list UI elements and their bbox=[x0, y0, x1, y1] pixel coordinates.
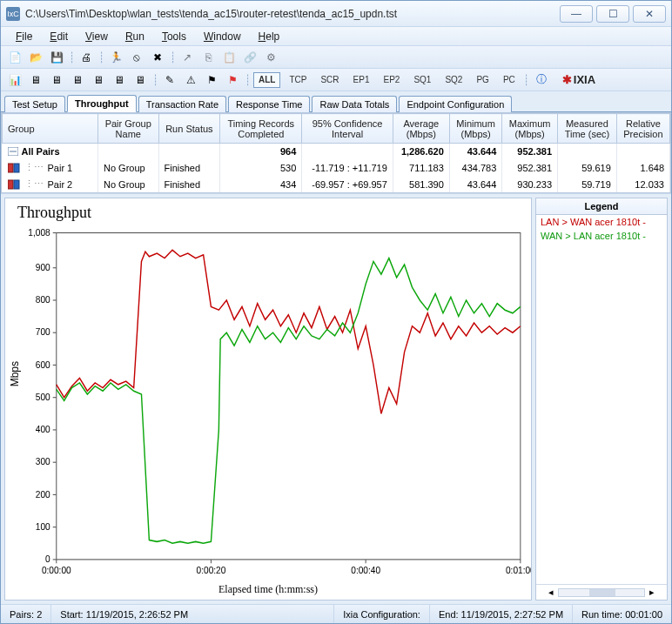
abort-icon[interactable]: ✖ bbox=[149, 49, 166, 66]
svg-text:0:00:20: 0:00:20 bbox=[197, 565, 226, 575]
filter-tcp[interactable]: TCP bbox=[284, 72, 312, 88]
stop-icon[interactable]: ⦸ bbox=[128, 49, 145, 66]
separator-icon: ┊ bbox=[170, 49, 175, 66]
tab-endpoint-configuration[interactable]: Endpoint Configuration bbox=[399, 96, 512, 112]
filter-scr[interactable]: SCR bbox=[315, 72, 344, 88]
flag-icon[interactable]: ⚑ bbox=[203, 71, 220, 89]
col-ci[interactable]: 95% Confidence Interval bbox=[302, 114, 393, 144]
flag-icon[interactable]: ⚑ bbox=[224, 71, 241, 89]
chart-area: Throughput Mbps Elapsed time (h:mm:ss) 0… bbox=[1, 193, 671, 604]
svg-text:1,008: 1,008 bbox=[28, 226, 50, 237]
legend-item-wan-lan[interactable]: WAN > LAN acer 1810t - bbox=[536, 229, 667, 243]
tab-raw-data-totals[interactable]: Raw Data Totals bbox=[312, 96, 397, 112]
legend-scrollbar[interactable]: ◂ ▸ bbox=[536, 584, 667, 600]
col-avg[interactable]: Average (Mbps) bbox=[393, 114, 449, 144]
col-run-status[interactable]: Run Status bbox=[158, 114, 220, 144]
open-icon[interactable]: 📂 bbox=[27, 49, 44, 66]
filter-ep1[interactable]: EP1 bbox=[348, 72, 375, 88]
svg-rect-3 bbox=[14, 164, 19, 172]
table-row[interactable]: ⋮⋯Pair 1 No Group Finished 530 -11.719 :… bbox=[3, 159, 670, 176]
monitor-icon[interactable]: 🖥 bbox=[69, 71, 86, 89]
tab-throughput[interactable]: Throughput bbox=[67, 95, 137, 112]
status-runtime: Run time: 00:01:00 bbox=[573, 605, 671, 623]
link-icon[interactable]: 🔗 bbox=[241, 49, 259, 66]
chart-panel: Throughput Mbps Elapsed time (h:mm:ss) 0… bbox=[4, 198, 532, 601]
warn-icon[interactable]: ⚠ bbox=[182, 71, 199, 89]
filter-pg[interactable]: PG bbox=[471, 72, 494, 88]
svg-rect-2 bbox=[8, 164, 13, 172]
paste-icon[interactable]: 📋 bbox=[220, 49, 238, 66]
menubar: File Edit View Run Tools Window Help bbox=[1, 27, 671, 46]
menu-edit[interactable]: Edit bbox=[42, 29, 76, 44]
status-pairs: Pairs: 2 bbox=[1, 605, 51, 623]
app-icon: IxC bbox=[6, 7, 20, 21]
chart-icon[interactable]: 📊 bbox=[6, 71, 24, 89]
filter-all[interactable]: ALL bbox=[253, 72, 280, 88]
col-pair-group[interactable]: Pair Group Name bbox=[98, 114, 159, 144]
col-max[interactable]: Maximum (Mbps) bbox=[502, 114, 558, 144]
svg-rect-5 bbox=[14, 180, 19, 189]
menu-file[interactable]: File bbox=[8, 29, 40, 44]
run-icon[interactable]: 🏃 bbox=[107, 49, 124, 66]
monitor-icon[interactable]: 🖥 bbox=[131, 71, 149, 89]
table-row[interactable]: All Pairs 964 1,286.620 43.644 952.381 bbox=[3, 144, 670, 160]
scrollbar-thumb[interactable] bbox=[589, 589, 615, 596]
col-prec[interactable]: Relative Precision bbox=[616, 114, 669, 144]
separator-icon: ┊ bbox=[245, 71, 250, 89]
save-icon[interactable]: 💾 bbox=[48, 49, 65, 66]
menu-help[interactable]: Help bbox=[251, 29, 288, 44]
filter-sq1[interactable]: SQ1 bbox=[408, 72, 436, 88]
statusbar: Pairs: 2 Start: 11/19/2015, 2:26:52 PM I… bbox=[1, 604, 671, 623]
menu-tools[interactable]: Tools bbox=[154, 29, 194, 44]
svg-text:700: 700 bbox=[36, 326, 50, 337]
maximize-button[interactable]: ☐ bbox=[596, 5, 629, 23]
settings-icon[interactable]: ⚙ bbox=[262, 49, 279, 66]
menu-view[interactable]: View bbox=[77, 29, 116, 44]
toolbar-2: 📊 🖥 🖥 🖥 🖥 🖥 🖥 ┊ ✎ ⚠ ⚑ ⚑ ┊ ALL TCP SCR EP… bbox=[1, 69, 671, 91]
menu-run[interactable]: Run bbox=[118, 29, 152, 44]
menu-window[interactable]: Window bbox=[196, 29, 249, 44]
copy-icon[interactable]: ⎘ bbox=[199, 49, 217, 66]
tab-test-setup[interactable]: Test Setup bbox=[4, 96, 65, 112]
window-title: C:\Users\Tim\Desktop\wlan_tests\tenda_ac… bbox=[25, 8, 560, 20]
scrollbar-track[interactable] bbox=[558, 588, 645, 597]
status-end: End: 11/19/2015, 2:27:52 PM bbox=[430, 605, 573, 623]
edit-icon[interactable]: ✎ bbox=[161, 71, 178, 89]
titlebar: IxC C:\Users\Tim\Desktop\wlan_tests\tend… bbox=[1, 1, 671, 27]
svg-text:900: 900 bbox=[36, 262, 50, 272]
scroll-right-icon[interactable]: ▸ bbox=[645, 587, 659, 598]
monitor-icon[interactable]: 🖥 bbox=[90, 71, 107, 89]
filter-pc[interactable]: PC bbox=[498, 72, 521, 88]
separator-icon: ┊ bbox=[152, 71, 158, 89]
monitor-icon[interactable]: 🖥 bbox=[48, 71, 65, 89]
tab-transaction-rate[interactable]: Transaction Rate bbox=[138, 96, 226, 112]
legend-item-lan-wan[interactable]: LAN > WAN acer 1810t - bbox=[536, 215, 667, 229]
app-window: IxC C:\Users\Tim\Desktop\wlan_tests\tend… bbox=[0, 0, 672, 624]
col-min[interactable]: Minimum (Mbps) bbox=[449, 114, 501, 144]
svg-text:0:01:00: 0:01:00 bbox=[506, 565, 531, 575]
chart-svg[interactable]: 01002003004005006007008009001,0080:00:00… bbox=[5, 198, 531, 600]
svg-text:800: 800 bbox=[36, 294, 50, 305]
print-icon[interactable]: 🖨 bbox=[77, 49, 95, 66]
info-icon[interactable]: ⓘ bbox=[533, 71, 550, 89]
monitor-icon[interactable]: 🖥 bbox=[27, 71, 44, 89]
legend-title: Legend bbox=[536, 198, 667, 215]
close-button[interactable]: ✕ bbox=[633, 5, 666, 23]
col-time[interactable]: Measured Time (sec) bbox=[558, 114, 617, 144]
svg-text:300: 300 bbox=[36, 456, 50, 466]
new-icon[interactable]: 📄 bbox=[6, 49, 24, 66]
filter-ep2[interactable]: EP2 bbox=[378, 72, 405, 88]
scroll-left-icon[interactable]: ◂ bbox=[544, 587, 558, 598]
minimize-button[interactable]: — bbox=[560, 5, 593, 23]
col-records[interactable]: Timing Records Completed bbox=[220, 114, 302, 144]
col-group[interactable]: Group bbox=[3, 114, 98, 144]
filter-sq2[interactable]: SQ2 bbox=[440, 72, 467, 88]
svg-rect-6 bbox=[57, 233, 521, 560]
export-icon[interactable]: ↗ bbox=[178, 49, 196, 66]
table-row[interactable]: ⋮⋯Pair 2 No Group Finished 434 -69.957 :… bbox=[3, 176, 670, 192]
svg-text:0: 0 bbox=[45, 554, 50, 564]
svg-text:0:00:40: 0:00:40 bbox=[351, 565, 380, 575]
svg-text:400: 400 bbox=[36, 424, 50, 434]
monitor-icon[interactable]: 🖥 bbox=[111, 71, 128, 89]
tab-response-time[interactable]: Response Time bbox=[228, 96, 310, 112]
